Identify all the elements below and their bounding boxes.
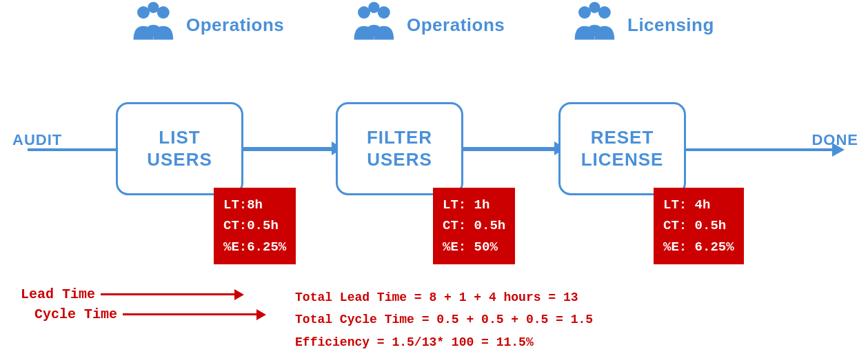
arrow-1-to-2 [243, 147, 336, 150]
team-group-2: Operations [352, 0, 505, 50]
leadtime-legend-arrow [101, 293, 239, 295]
process-box-3: RESETLICENSE [558, 102, 686, 195]
svg-point-4 [378, 6, 390, 19]
leadtime-legend-label: Lead Time [21, 286, 95, 302]
team-label-2: Operations [407, 14, 505, 36]
svg-point-7 [598, 6, 611, 19]
team-group-3: Licensing [572, 0, 714, 50]
summary-line-2: Total Cycle Time = 0.5 + 0.5 + 0.5 = 1.5 [295, 308, 593, 331]
cycletime-legend-arrow [123, 313, 261, 315]
process-box-2: FILTERUSERS [336, 102, 463, 195]
summary-line-3: Efficiency = 1.5/13* 100 = 11.5% [295, 331, 593, 353]
team-group-1: Operations [131, 0, 284, 50]
process-box-1: LISTUSERS [116, 102, 243, 195]
summary-text: Total Lead Time = 8 + 1 + 4 hours = 13 T… [295, 286, 593, 353]
done-label: DONE [811, 131, 858, 149]
svg-point-5 [368, 2, 379, 13]
process-box-2-text: FILTERUSERS [367, 127, 432, 170]
process-box-3-text: RESETLICENSE [581, 127, 664, 170]
team-label-3: Licensing [627, 14, 714, 36]
svg-point-0 [137, 6, 150, 19]
cycletime-legend-row: Cycle Time [34, 306, 261, 322]
people-icon-1 [131, 0, 181, 50]
diagram-container: AUDIT DONE Operations Operations [0, 0, 868, 363]
metric-ct-3: CT: 0.5h [663, 215, 734, 236]
svg-point-3 [358, 6, 370, 19]
arrow-2-to-3 [463, 147, 558, 150]
metric-ct-2: CT: 0.5h [443, 215, 505, 236]
bottom-section: Lead Time Cycle Time Total Lead Time = 8… [21, 286, 848, 353]
people-icon-2 [352, 0, 401, 50]
metric-lt-1: LT:8h [223, 195, 286, 215]
metric-box-3: LT: 4h CT: 0.5h %E: 6.25% [654, 188, 744, 264]
metric-ct-1: CT:0.5h [223, 215, 286, 236]
metric-e-2: %E: 50% [443, 237, 505, 257]
leadtime-legend-row: Lead Time [21, 286, 261, 302]
team-label-1: Operations [186, 14, 284, 36]
cycletime-legend-label: Cycle Time [34, 306, 117, 322]
svg-point-1 [157, 6, 170, 19]
svg-point-8 [589, 2, 600, 13]
metric-e-3: %E: 6.25% [663, 237, 734, 257]
metric-box-1: LT:8h CT:0.5h %E:6.25% [214, 188, 296, 264]
svg-point-2 [148, 2, 159, 13]
svg-point-6 [578, 6, 591, 19]
legend-area: Lead Time Cycle Time [21, 286, 261, 322]
audit-label: AUDIT [12, 131, 62, 149]
summary-line-1: Total Lead Time = 8 + 1 + 4 hours = 13 [295, 286, 593, 308]
metric-lt-2: LT: 1h [443, 195, 505, 215]
process-box-1-text: LISTUSERS [147, 127, 212, 170]
metric-e-1: %E:6.25% [223, 237, 286, 257]
metric-lt-3: LT: 4h [663, 195, 734, 215]
metric-box-2: LT: 1h CT: 0.5h %E: 50% [433, 188, 515, 264]
people-icon-3 [572, 0, 622, 50]
